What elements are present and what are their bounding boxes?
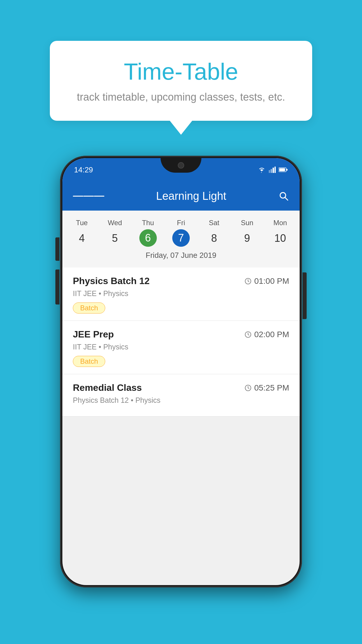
day-5[interactable]: 5 — [98, 229, 131, 247]
day-label-tue: Tue — [65, 216, 98, 229]
class-item-top: Physics Batch 12 01:00 PM — [73, 276, 289, 286]
class-name: JEE Prep — [73, 329, 114, 340]
time-text: 05:25 PM — [254, 383, 289, 393]
class-item-physics-batch-12[interactable]: Physics Batch 12 01:00 PM IIT JEE • Phys… — [62, 267, 300, 321]
clock-icon — [244, 331, 252, 338]
signal-icon — [269, 167, 276, 173]
phone-shell: 14:29 — [60, 156, 302, 587]
class-time: 05:25 PM — [244, 383, 289, 393]
status-time: 14:29 — [74, 165, 93, 174]
phone-mockup: 14:29 — [60, 156, 302, 587]
svg-line-15 — [248, 335, 249, 335]
day-6-today[interactable]: 6 — [139, 229, 157, 247]
volume-down-button — [55, 270, 59, 304]
svg-rect-2 — [271, 169, 272, 173]
search-icon — [278, 190, 289, 202]
app-title: Learning Light — [113, 190, 269, 202]
day-label-sat: Sat — [198, 216, 231, 229]
class-time: 02:00 PM — [244, 330, 289, 339]
phone-screen: 14:29 — [62, 158, 300, 585]
day-numbers: 4 5 6 7 8 9 10 — [62, 229, 300, 247]
notch — [161, 158, 201, 173]
day-label-fri: Fri — [164, 216, 197, 229]
wifi-icon — [258, 167, 266, 173]
status-icons — [258, 167, 288, 173]
day-7-selected[interactable]: 7 — [172, 229, 190, 247]
class-meta: IIT JEE • Physics — [73, 289, 289, 298]
day-labels: Tue Wed Thu Fri Sat Sun Mon — [62, 216, 300, 229]
status-bar: 14:29 — [62, 158, 300, 181]
search-button[interactable] — [278, 190, 289, 202]
time-text: 02:00 PM — [254, 330, 289, 339]
svg-rect-4 — [275, 167, 276, 173]
svg-line-9 — [285, 198, 288, 200]
day-label-thu: Thu — [131, 216, 164, 229]
calendar-strip: Tue Wed Thu Fri Sat Sun Mon 4 5 6 7 8 9 … — [62, 211, 300, 267]
camera-dot — [178, 162, 184, 169]
class-meta: IIT JEE • Physics — [73, 343, 289, 351]
class-time: 01:00 PM — [244, 276, 289, 286]
day-9[interactable]: 9 — [231, 229, 263, 247]
menu-button[interactable] — [73, 194, 104, 198]
tooltip-card: Time-Table track timetable, upcoming cla… — [50, 41, 312, 121]
class-item-remedial[interactable]: Remedial Class 05:25 PM Physics Batch 12… — [62, 374, 300, 416]
svg-rect-1 — [269, 170, 270, 173]
svg-line-12 — [248, 281, 249, 282]
svg-line-18 — [248, 388, 249, 388]
day-8[interactable]: 8 — [198, 229, 231, 247]
day-4[interactable]: 4 — [65, 229, 98, 247]
volume-up-button — [55, 237, 59, 261]
svg-rect-3 — [273, 168, 274, 173]
class-item-jee-prep[interactable]: JEE Prep 02:00 PM IIT JEE • Physics Batc… — [62, 321, 300, 374]
tooltip-title: Time-Table — [73, 58, 289, 85]
class-item-top: Remedial Class 05:25 PM — [73, 382, 289, 393]
class-name: Remedial Class — [73, 382, 142, 393]
time-text: 01:00 PM — [254, 276, 289, 286]
selected-date-label: Friday, 07 June 2019 — [62, 247, 300, 265]
class-meta: Physics Batch 12 • Physics — [73, 396, 289, 405]
battery-icon — [279, 167, 288, 172]
app-bar: Learning Light — [62, 181, 300, 211]
clock-icon — [244, 277, 252, 285]
svg-rect-6 — [287, 169, 288, 171]
day-label-sun: Sun — [231, 216, 263, 229]
batch-badge: Batch — [73, 302, 105, 314]
svg-rect-7 — [279, 168, 285, 171]
class-name: Physics Batch 12 — [73, 276, 150, 286]
day-label-wed: Wed — [98, 216, 131, 229]
class-item-top: JEE Prep 02:00 PM — [73, 329, 289, 340]
class-list: Physics Batch 12 01:00 PM IIT JEE • Phys… — [62, 267, 300, 416]
day-label-mon: Mon — [264, 216, 297, 229]
batch-badge: Batch — [73, 356, 105, 367]
clock-icon — [244, 384, 252, 392]
day-10[interactable]: 10 — [264, 229, 297, 247]
svg-point-8 — [280, 192, 286, 198]
tooltip-subtitle: track timetable, upcoming classes, tests… — [73, 91, 289, 103]
power-button — [303, 272, 307, 319]
